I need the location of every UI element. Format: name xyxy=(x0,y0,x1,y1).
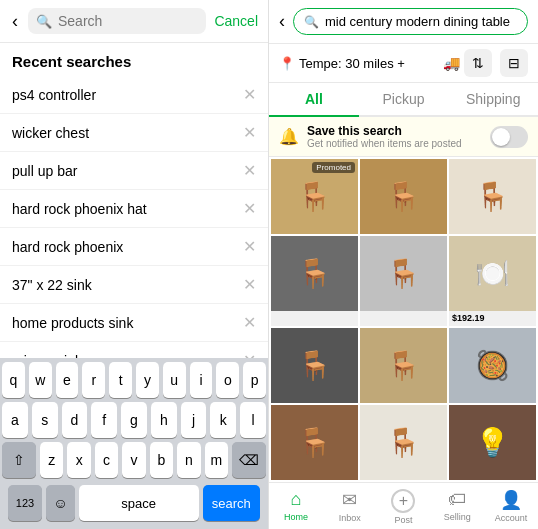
save-search-toggle[interactable] xyxy=(490,126,528,148)
recent-item-8[interactable]: rsi upc sink ✕ xyxy=(0,342,268,358)
product-item-10[interactable]: 🪑 xyxy=(271,405,358,480)
key-z[interactable]: z xyxy=(40,442,63,478)
key-y[interactable]: y xyxy=(136,362,159,398)
product-item-5[interactable]: 🪑 xyxy=(360,236,447,326)
key-x[interactable]: x xyxy=(67,442,90,478)
key-t[interactable]: t xyxy=(109,362,132,398)
product-info-6: $192.19 Walker Edison Furnit... Amazon.c… xyxy=(449,311,536,326)
key-s[interactable]: s xyxy=(32,402,58,438)
filter-button[interactable]: ⊟ xyxy=(500,49,528,77)
key-u[interactable]: u xyxy=(163,362,186,398)
product-item-7[interactable]: 🪑 xyxy=(271,328,358,403)
clear-recent-1[interactable]: ✕ xyxy=(243,85,256,104)
recent-item-text-5: hard rock phoenix xyxy=(12,239,123,255)
save-search-subtitle: Get notified when items are posted xyxy=(307,138,482,149)
key-j[interactable]: j xyxy=(181,402,207,438)
key-g[interactable]: g xyxy=(121,402,147,438)
product-item-6[interactable]: 🍽️ $192.19 Walker Edison Furnit... Amazo… xyxy=(449,236,536,326)
product-item-12[interactable]: 💡 xyxy=(449,405,536,480)
key-p[interactable]: p xyxy=(243,362,266,398)
product-item-3[interactable]: 🪑 xyxy=(449,159,536,234)
clear-recent-5[interactable]: ✕ xyxy=(243,237,256,256)
key-r[interactable]: r xyxy=(82,362,105,398)
key-shift[interactable]: ⇧ xyxy=(2,442,36,478)
key-l[interactable]: l xyxy=(240,402,266,438)
key-d[interactable]: d xyxy=(62,402,88,438)
recent-item-5[interactable]: hard rock phoenix ✕ xyxy=(0,228,268,266)
key-space[interactable]: space xyxy=(79,485,199,521)
location-pin-icon: 📍 xyxy=(279,56,295,71)
clear-recent-2[interactable]: ✕ xyxy=(243,123,256,142)
nav-home[interactable]: ⌂ Home xyxy=(269,489,323,525)
key-f[interactable]: f xyxy=(91,402,117,438)
cancel-button[interactable]: Cancel xyxy=(214,13,258,29)
key-b[interactable]: b xyxy=(150,442,173,478)
key-q[interactable]: q xyxy=(2,362,25,398)
tab-all[interactable]: All xyxy=(269,83,359,115)
recent-item-6[interactable]: 37" x 22 sink ✕ xyxy=(0,266,268,304)
product-image-12: 💡 xyxy=(449,405,536,480)
key-e[interactable]: e xyxy=(56,362,79,398)
nav-inbox-label: Inbox xyxy=(339,513,361,523)
key-m[interactable]: m xyxy=(205,442,228,478)
clear-recent-7[interactable]: ✕ xyxy=(243,313,256,332)
recent-item-text-1: ps4 controller xyxy=(12,87,96,103)
product-item-2[interactable]: 🪑 xyxy=(360,159,447,234)
product-image-9: 🥘 xyxy=(449,328,536,403)
search-input[interactable] xyxy=(58,13,198,29)
recent-item-text-7: home products sink xyxy=(12,315,133,331)
key-k[interactable]: k xyxy=(210,402,236,438)
recent-item-3[interactable]: pull up bar ✕ xyxy=(0,152,268,190)
key-v[interactable]: v xyxy=(122,442,145,478)
product-item-1[interactable]: 🪑 Promoted xyxy=(271,159,358,234)
clear-recent-8[interactable]: ✕ xyxy=(243,351,256,358)
recent-item-text-2: wicker chest xyxy=(12,125,89,141)
product-item-9[interactable]: 🥘 xyxy=(449,328,536,403)
recent-item-text-6: 37" x 22 sink xyxy=(12,277,92,293)
recent-item-7[interactable]: home products sink ✕ xyxy=(0,304,268,342)
key-123[interactable]: 123 xyxy=(8,485,42,521)
clear-recent-3[interactable]: ✕ xyxy=(243,161,256,180)
nav-inbox[interactable]: ✉ Inbox xyxy=(323,489,377,525)
recent-searches-title: Recent searches xyxy=(0,43,268,76)
key-w[interactable]: w xyxy=(29,362,52,398)
product-item-11[interactable]: 🪑 xyxy=(360,405,447,480)
key-h[interactable]: h xyxy=(151,402,177,438)
nav-home-label: Home xyxy=(284,512,308,522)
key-emoji[interactable]: ☺ xyxy=(46,485,75,521)
recent-item-text-4: hard rock phoenix hat xyxy=(12,201,147,217)
nav-post[interactable]: + Post xyxy=(377,489,431,525)
left-search-bar[interactable]: 🔍 xyxy=(28,8,206,34)
product-image-10: 🪑 xyxy=(271,405,358,480)
key-a[interactable]: a xyxy=(2,402,28,438)
tab-pickup[interactable]: Pickup xyxy=(359,83,449,115)
right-panel: ‹ 🔍 mid century modern dining table 📍 Te… xyxy=(269,0,538,529)
key-c[interactable]: c xyxy=(95,442,118,478)
recent-item-2[interactable]: wicker chest ✕ xyxy=(0,114,268,152)
right-back-button[interactable]: ‹ xyxy=(279,11,285,32)
key-i[interactable]: i xyxy=(190,362,213,398)
product-image-11: 🪑 xyxy=(360,405,447,480)
right-search-bar[interactable]: 🔍 mid century modern dining table xyxy=(293,8,528,35)
nav-selling[interactable]: 🏷 Selling xyxy=(430,489,484,525)
home-icon: ⌂ xyxy=(290,489,301,510)
key-search[interactable]: search xyxy=(203,485,260,521)
right-search-icon: 🔍 xyxy=(304,15,319,29)
clear-recent-4[interactable]: ✕ xyxy=(243,199,256,218)
recent-item-4[interactable]: hard rock phoenix hat ✕ xyxy=(0,190,268,228)
key-o[interactable]: o xyxy=(216,362,239,398)
product-item-8[interactable]: 🪑 xyxy=(360,328,447,403)
sort-button[interactable]: ⇅ xyxy=(464,49,492,77)
key-backspace[interactable]: ⌫ xyxy=(232,442,266,478)
search-icon: 🔍 xyxy=(36,14,52,29)
clear-recent-6[interactable]: ✕ xyxy=(243,275,256,294)
promoted-badge-1: Promoted xyxy=(312,162,355,173)
tab-shipping[interactable]: Shipping xyxy=(448,83,538,115)
save-search-title: Save this search xyxy=(307,124,482,138)
key-n[interactable]: n xyxy=(177,442,200,478)
product-grid: 🪑 Promoted 🪑 🪑 🪑 🪑 🍽️ $192.19 Walker Edi… xyxy=(269,157,538,482)
left-back-button[interactable]: ‹ xyxy=(10,9,20,34)
recent-item-1[interactable]: ps4 controller ✕ xyxy=(0,76,268,114)
product-item-4[interactable]: 🪑 xyxy=(271,236,358,326)
nav-account[interactable]: 👤 Account xyxy=(484,489,538,525)
